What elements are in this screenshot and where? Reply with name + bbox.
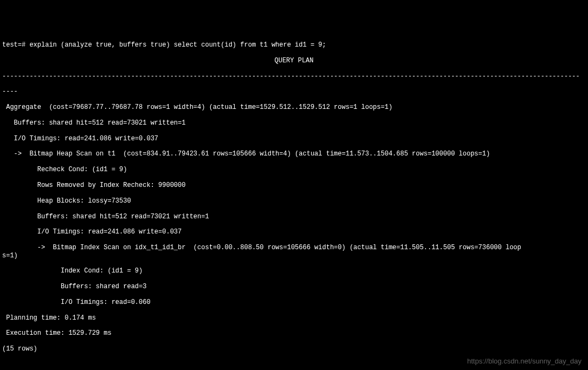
query-plan-header-1: QUERY PLAN	[2, 57, 586, 64]
plan-line: Buffers: shared hit=512 read=73021 writt…	[2, 213, 586, 220]
plan-line: Aggregate (cost=79687.77..79687.78 rows=…	[2, 103, 586, 111]
plan-line: Execution time: 1529.729 ms	[2, 329, 586, 337]
watermark-text: https://blog.csdn.net/sunny_day_day	[467, 357, 581, 366]
separator-1a: ----------------------------------------…	[2, 73, 586, 80]
plan-line: Index Cond: (id1 = 9)	[2, 267, 586, 275]
plan-line-wrapped: -> Bitmap Index Scan on idx_t1_id1_br (c…	[2, 244, 586, 259]
plan-line: Heap Blocks: lossy=73530	[2, 197, 586, 205]
plan-line: Recheck Cond: (id1 = 9)	[2, 166, 586, 173]
plan-line: Rows Removed by Index Recheck: 9900000	[2, 181, 586, 189]
plan-line: Planning time: 0.174 ms	[2, 314, 586, 322]
plan-line: I/O Timings: read=241.086 write=0.037	[2, 228, 586, 236]
terminal-output: test=# explain (analyze true, buffers tr…	[2, 34, 586, 370]
plan-line: (15 rows)	[2, 345, 586, 353]
plan-line: -> Bitmap Heap Scan on t1 (cost=834.91..…	[2, 150, 586, 158]
sql-command-1: test=# explain (analyze true, buffers tr…	[2, 41, 586, 49]
separator-1b: ----	[2, 88, 586, 95]
plan-line: Buffers: shared read=3	[2, 283, 586, 290]
plan-line: I/O Timings: read=241.086 write=0.037	[2, 135, 586, 142]
plan-line: I/O Timings: read=0.060	[2, 298, 586, 306]
plan-line: Buffers: shared hit=512 read=73021 writt…	[2, 119, 586, 127]
